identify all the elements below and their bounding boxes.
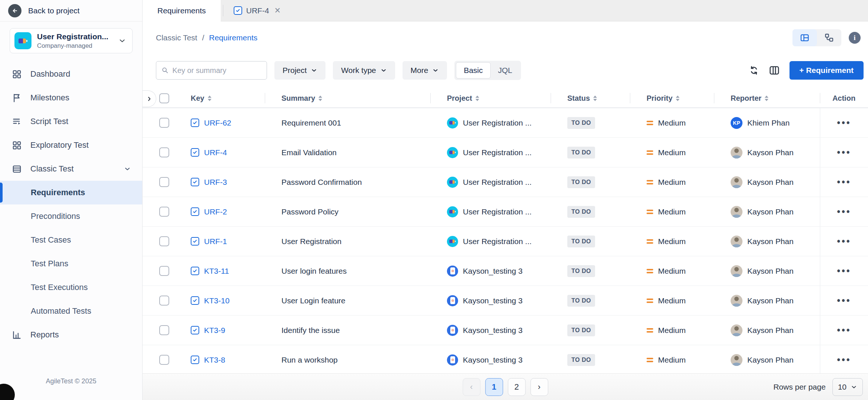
sort-icon[interactable] <box>208 96 211 101</box>
mode-jql[interactable]: JQL <box>491 62 520 79</box>
priority-text: Medium <box>658 267 686 276</box>
avatar <box>731 324 742 336</box>
columns-icon[interactable] <box>769 65 780 76</box>
issue-key-link[interactable]: URF-62 <box>204 119 231 127</box>
row-checkbox[interactable] <box>159 177 169 187</box>
sidebar-item-label: Milestones <box>30 93 69 103</box>
project-name: User Registration ... <box>463 148 532 157</box>
row-checkbox[interactable] <box>159 207 169 217</box>
sidebar-item-test-plans[interactable]: Test Plans <box>0 252 142 276</box>
add-requirement-button[interactable]: + Requirement <box>789 61 864 80</box>
row-checkbox[interactable] <box>159 355 169 365</box>
chevron-down-icon <box>432 67 439 74</box>
row-actions-button[interactable]: ••• <box>820 227 868 256</box>
sidebar-item-preconditions[interactable]: Preconditions <box>0 204 142 228</box>
sidebar-item-classic-test[interactable]: Classic Test <box>0 157 142 181</box>
panel-view-icon[interactable] <box>792 29 817 46</box>
column-header-project[interactable]: Project <box>430 89 551 107</box>
page-2-button[interactable]: 2 <box>508 378 525 396</box>
issue-key-link[interactable]: URF-1 <box>204 237 227 246</box>
sidebar-item-script-test[interactable]: Script Test <box>0 110 142 133</box>
status-badge: TO DO <box>567 206 595 218</box>
row-actions-button[interactable]: ••• <box>820 167 868 197</box>
project-name: User Registration ... <box>463 119 532 127</box>
sidebar-item-requirements[interactable]: Requirements <box>0 181 142 204</box>
row-checkbox[interactable] <box>159 236 169 246</box>
sort-icon[interactable] <box>318 96 322 101</box>
reporter-name: Kayson Phan <box>747 237 794 246</box>
column-header-priority[interactable]: Priority <box>630 89 714 107</box>
sidebar-item-automated-tests[interactable]: Automated Tests <box>0 299 142 323</box>
issue-key-link[interactable]: KT3-10 <box>204 296 230 305</box>
more-filter-button[interactable]: More <box>403 61 447 80</box>
issue-key-link[interactable]: KT3-11 <box>204 267 229 276</box>
issue-key-link[interactable]: KT3-9 <box>204 326 225 335</box>
sort-icon[interactable] <box>765 96 768 101</box>
priority-medium-icon <box>647 269 653 273</box>
column-header-reporter[interactable]: Reporter <box>714 89 820 107</box>
summary-text: User Registration <box>281 237 341 246</box>
back-arrow-icon[interactable] <box>8 4 21 17</box>
row-actions-button[interactable]: ••• <box>820 286 868 315</box>
grid-icon <box>11 140 22 150</box>
row-actions-button[interactable]: ••• <box>820 108 868 137</box>
sidebar-item-exploratory-test[interactable]: Exploratory Test <box>0 133 142 157</box>
sort-icon[interactable] <box>676 96 680 101</box>
app-window: Back to project User Registration... Com… <box>0 0 868 400</box>
sidebar-item-label: Script Test <box>30 117 68 126</box>
project-selector[interactable]: User Registration... Company-managed <box>10 28 133 53</box>
breadcrumb-parent[interactable]: Classic Test <box>156 33 197 42</box>
issue-key-link[interactable]: URF-2 <box>204 207 227 216</box>
refresh-icon[interactable] <box>749 65 759 76</box>
next-page-button[interactable]: › <box>530 378 548 396</box>
reporter-name: Kayson Phan <box>747 296 794 305</box>
table-row: URF-4 Email Validation User Registration… <box>143 138 868 167</box>
search-input[interactable] <box>173 66 261 75</box>
sidebar-item-test-executions[interactable]: Test Executions <box>0 276 142 299</box>
column-header-key[interactable]: Key <box>174 89 265 107</box>
row-checkbox[interactable] <box>159 118 169 128</box>
row-actions-button[interactable]: ••• <box>820 256 868 286</box>
row-actions-button[interactable]: ••• <box>820 197 868 226</box>
sidebar-subitem-label: Requirements <box>31 188 85 197</box>
row-checkbox[interactable] <box>159 325 169 335</box>
back-to-project[interactable]: Back to project <box>0 0 142 21</box>
filter-label: More <box>411 66 428 75</box>
column-label: Reporter <box>731 94 761 103</box>
issue-key-link[interactable]: KT3-8 <box>204 356 225 364</box>
tree-view-icon[interactable] <box>817 29 841 46</box>
close-icon[interactable]: × <box>275 6 281 16</box>
row-actions-button[interactable]: ••• <box>820 316 868 345</box>
sidebar-item-test-cases[interactable]: Test Cases <box>0 228 142 252</box>
column-header-status[interactable]: Status <box>551 89 630 107</box>
table-row: KT3-8 Run a workshop Kayson_testing 3 TO… <box>143 345 868 373</box>
info-icon[interactable]: i <box>849 32 861 44</box>
issue-key-link[interactable]: URF-4 <box>204 148 227 157</box>
tab-requirements[interactable]: Requirements <box>143 0 221 21</box>
sidebar-item-reports[interactable]: Reports <box>0 323 142 347</box>
table-row: KT3-10 User Login feature Kayson_testing… <box>143 286 868 316</box>
select-all-checkbox[interactable] <box>159 93 169 103</box>
prev-page-button[interactable]: ‹ <box>463 378 480 396</box>
grid-icon <box>11 69 22 79</box>
row-actions-button[interactable]: ••• <box>820 138 868 167</box>
row-actions-button[interactable]: ••• <box>820 345 868 373</box>
row-checkbox[interactable] <box>159 147 169 157</box>
rows-per-page-select[interactable]: 10 <box>832 378 863 396</box>
sidebar-item-dashboard[interactable]: Dashboard <box>0 62 142 86</box>
issue-key-link[interactable]: URF-3 <box>204 178 227 187</box>
column-header-summary[interactable]: Summary <box>265 89 430 107</box>
row-checkbox[interactable] <box>159 266 169 276</box>
sidebar-item-milestones[interactable]: Milestones <box>0 86 142 110</box>
sidebar-subitem-label: Test Plans <box>31 259 69 269</box>
ellipsis-icon: ••• <box>837 177 851 187</box>
project-filter-button[interactable]: Project <box>274 61 326 80</box>
mode-basic[interactable]: Basic <box>456 62 490 79</box>
row-checkbox[interactable] <box>159 296 169 306</box>
sort-icon[interactable] <box>475 96 479 101</box>
breadcrumb-current[interactable]: Requirements <box>209 33 258 42</box>
tab-urf-4[interactable]: URF-4 × <box>226 0 289 21</box>
page-1-button[interactable]: 1 <box>485 378 503 396</box>
sort-icon[interactable] <box>593 96 597 101</box>
work-type-filter-button[interactable]: Work type <box>333 61 395 80</box>
